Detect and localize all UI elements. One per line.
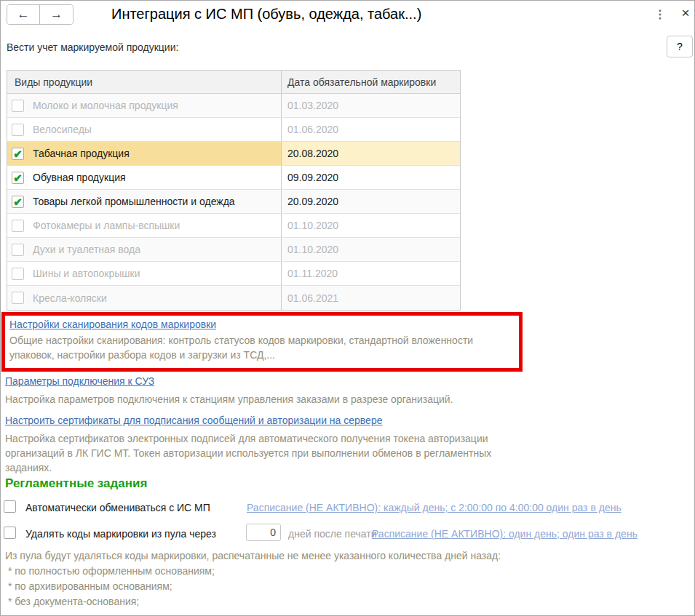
marking-date: 20.08.2020 (287, 148, 338, 159)
product-name: Велосипеды (33, 124, 92, 135)
date-cell: 01.06.2021 (282, 286, 460, 310)
product-cell: Шины и автопокрышки (7, 262, 282, 285)
forward-arrow-icon: → (50, 7, 63, 22)
products-table: Виды продукции Дата обязательной маркиро… (7, 70, 461, 311)
auto-exchange-schedule-link[interactable]: Расписание (НЕ АКТИВНО): каждый день; с … (247, 502, 621, 513)
scanning-settings-desc: Общие настройки сканирования: контроль с… (9, 333, 517, 362)
auto-exchange-checkbox[interactable] (4, 500, 16, 513)
product-cell: Кресла-коляски (7, 286, 282, 310)
marking-date: 01.10.2020 (287, 220, 338, 231)
product-cell: Молоко и молочная продукция (7, 94, 282, 117)
product-cell: ✔Табачная продукция (7, 142, 282, 165)
annotation-highlight: Настройки сканирования кодов маркировки … (1, 312, 523, 372)
column-header-product-types: Виды продукции (7, 71, 282, 93)
scheduled-jobs-heading: Регламентные задания (5, 476, 147, 491)
date-cell: 01.11.2020 (282, 262, 460, 285)
marking-date: 01.06.2020 (287, 124, 338, 135)
date-cell: 01.10.2020 (282, 214, 460, 237)
product-name: Табачная продукция (33, 148, 130, 159)
pool-note-paragraph: Из пула будут удаляться коды маркировки,… (5, 548, 515, 564)
nav-button-group: ← → (7, 4, 74, 25)
product-cell: Велосипеды (7, 118, 282, 141)
table-row[interactable]: Молоко и молочная продукция01.03.2020 (7, 94, 460, 118)
days-input[interactable] (246, 524, 281, 541)
date-cell: 01.06.2020 (282, 118, 460, 141)
table-row[interactable]: ✔Табачная продукция20.08.2020 (7, 142, 460, 166)
marking-date: 01.06.2021 (287, 292, 338, 304)
table-row[interactable]: Фотокамеры и лампы-вспышки01.10.2020 (7, 214, 460, 238)
table-row[interactable]: ✔Обувная продукция09.09.2020 (7, 166, 460, 190)
date-cell: 09.09.2020 (282, 166, 460, 189)
close-icon[interactable]: × (678, 5, 693, 21)
marking-date: 01.11.2020 (287, 268, 338, 279)
product-name: Духи и туалетная вода (33, 244, 140, 255)
more-menu-icon[interactable]: ⋮ (654, 7, 667, 21)
note-line: * без документа-основания; (5, 594, 515, 609)
suz-connection-desc: Настройка параметров подключения к станц… (5, 392, 536, 407)
product-name: Шины и автопокрышки (33, 268, 140, 279)
product-name: Кресла-коляски (33, 292, 107, 304)
date-cell: 01.10.2020 (282, 238, 460, 261)
page-title: Интеграция с ИС МП (обувь, одежда, табак… (111, 6, 421, 23)
days-suffix-label: дней после печати (288, 528, 377, 540)
delete-codes-checkbox[interactable] (4, 527, 16, 539)
back-arrow-icon: ← (17, 7, 30, 22)
product-name: Товары легкой промышленности и одежда (33, 196, 235, 207)
integration-window: ← → Интеграция с ИС МП (обувь, одежда, т… (0, 0, 695, 616)
product-cell: ✔Товары легкой промышленности и одежда (7, 190, 282, 213)
product-cell: Фотокамеры и лампы-вспышки (7, 214, 282, 237)
scanning-settings-link[interactable]: Настройки сканирования кодов маркировки (9, 319, 216, 330)
auto-exchange-label: Автоматически обмениваться с ИС МП (25, 502, 210, 513)
note-line: * по полностью оформленным основаниям; (5, 564, 515, 579)
table-row[interactable]: Кресла-коляски01.06.2021 (7, 286, 460, 310)
certificates-link[interactable]: Настроить сертификаты для подписания соо… (5, 415, 382, 426)
marking-date: 09.09.2020 (287, 172, 338, 183)
table-row[interactable]: Шины и автопокрышки01.11.2020 (7, 262, 460, 286)
product-name: Фотокамеры и лампы-вспышки (33, 220, 180, 231)
note-lines: * по полностью оформленным основаниям; *… (5, 564, 515, 609)
product-cell: Духи и туалетная вода (7, 238, 282, 261)
lead-label: Вести учет маркируемой продукции: (7, 41, 178, 53)
product-cell: ✔Обувная продукция (7, 166, 282, 189)
product-name: Обувная продукция (33, 172, 126, 183)
product-checkbox-checked[interactable]: ✔ (12, 196, 24, 208)
table-row[interactable]: ✔Товары легкой промышленности и одежда20… (7, 190, 460, 214)
product-checkbox-checked[interactable]: ✔ (12, 148, 24, 160)
back-button[interactable]: ← (7, 5, 40, 24)
product-checkbox[interactable] (12, 124, 24, 136)
delete-codes-schedule-link[interactable]: Расписание (НЕ АКТИВНО): один день; один… (372, 528, 638, 540)
marking-date: 01.10.2020 (287, 244, 338, 255)
table-row[interactable]: Велосипеды01.06.2020 (7, 118, 460, 142)
product-name: Молоко и молочная продукция (33, 100, 178, 111)
note-line: * по архивированным основаниям; (5, 579, 515, 594)
date-cell: 20.08.2020 (282, 142, 460, 165)
help-button[interactable]: ? (667, 36, 693, 57)
date-cell: 01.03.2020 (282, 94, 460, 117)
forward-button[interactable]: → (40, 5, 73, 24)
marking-date: 20.09.2020 (287, 196, 338, 207)
date-cell: 20.09.2020 (282, 190, 460, 213)
marking-date: 01.03.2020 (287, 100, 338, 111)
suz-connection-link[interactable]: Параметры подключения к СУЗ (5, 375, 154, 387)
product-checkbox[interactable] (12, 292, 24, 304)
product-checkbox[interactable] (12, 244, 24, 256)
table-body: Молоко и молочная продукция01.03.2020Вел… (7, 94, 460, 310)
product-checkbox[interactable] (12, 268, 24, 280)
table-row[interactable]: Духи и туалетная вода01.10.2020 (7, 238, 460, 262)
pool-note: Из пула будут удаляться коды маркировки,… (5, 548, 515, 609)
certificates-desc: Настройка сертификатов электронных подпи… (5, 431, 536, 475)
product-checkbox[interactable] (12, 100, 24, 112)
delete-codes-label: Удалять коды маркировки из пула через (25, 528, 216, 540)
product-checkbox[interactable] (12, 220, 24, 232)
product-checkbox-checked[interactable]: ✔ (12, 172, 24, 184)
column-header-marking-date: Дата обязательной маркировки (282, 71, 460, 93)
table-header: Виды продукции Дата обязательной маркиро… (7, 71, 460, 94)
